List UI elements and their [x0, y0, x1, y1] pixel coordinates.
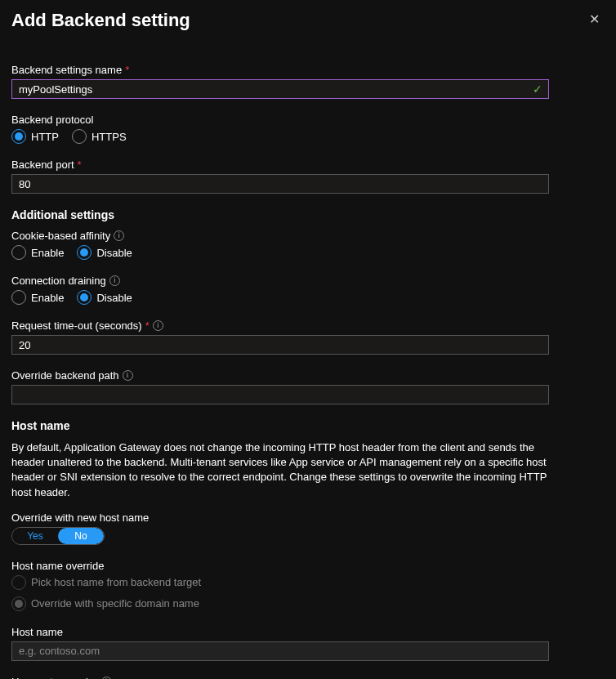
- info-icon[interactable]: i: [109, 275, 120, 286]
- specific-domain-radio: Override with specific domain name: [11, 596, 199, 611]
- close-icon[interactable]: ✕: [584, 10, 605, 29]
- info-icon[interactable]: i: [114, 230, 124, 241]
- cookie-enable-radio[interactable]: Enable: [11, 245, 64, 260]
- info-icon[interactable]: i: [123, 370, 133, 381]
- override-yes[interactable]: Yes: [12, 528, 58, 544]
- drain-disable-radio[interactable]: Disable: [77, 290, 132, 305]
- override-new-host-label: Override with new host name: [11, 511, 605, 524]
- backend-port-input[interactable]: [11, 174, 549, 194]
- hostname-description: By default, Application Gateway does not…: [11, 440, 549, 500]
- hostname-input-label: Host name: [11, 626, 605, 638]
- cookie-disable-radio[interactable]: Disable: [77, 245, 132, 260]
- hostname-input: [11, 641, 549, 661]
- additional-settings-title: Additional settings: [11, 208, 605, 221]
- port-label: Backend port*: [11, 159, 605, 171]
- override-path-input[interactable]: [11, 385, 549, 404]
- info-icon[interactable]: i: [153, 320, 163, 331]
- hostname-section-title: Host name: [11, 419, 605, 432]
- page-title: Add Backend setting: [11, 10, 190, 31]
- timeout-input[interactable]: [11, 335, 549, 355]
- name-label: Backend settings name*: [11, 64, 605, 76]
- drain-enable-radio[interactable]: Enable: [11, 290, 64, 305]
- protocol-label: Backend protocol: [11, 114, 605, 126]
- protocol-https-radio[interactable]: HTTPS: [72, 129, 127, 144]
- override-no[interactable]: No: [58, 528, 104, 544]
- timeout-label: Request time-out (seconds)* i: [11, 319, 605, 332]
- backend-name-input[interactable]: [11, 79, 549, 99]
- custom-probe-label: Use custom probe i: [11, 676, 605, 679]
- hostname-override-label: Host name override: [11, 560, 605, 572]
- drain-label: Connection draining i: [11, 275, 605, 287]
- check-icon: ✓: [533, 83, 542, 96]
- override-hostname-toggle[interactable]: Yes No: [11, 527, 105, 545]
- cookie-affinity-label: Cookie-based affinity i: [11, 230, 605, 242]
- protocol-http-radio[interactable]: HTTP: [11, 129, 59, 144]
- pick-backend-radio: Pick host name from backend target: [11, 575, 201, 590]
- override-path-label: Override backend path i: [11, 369, 605, 382]
